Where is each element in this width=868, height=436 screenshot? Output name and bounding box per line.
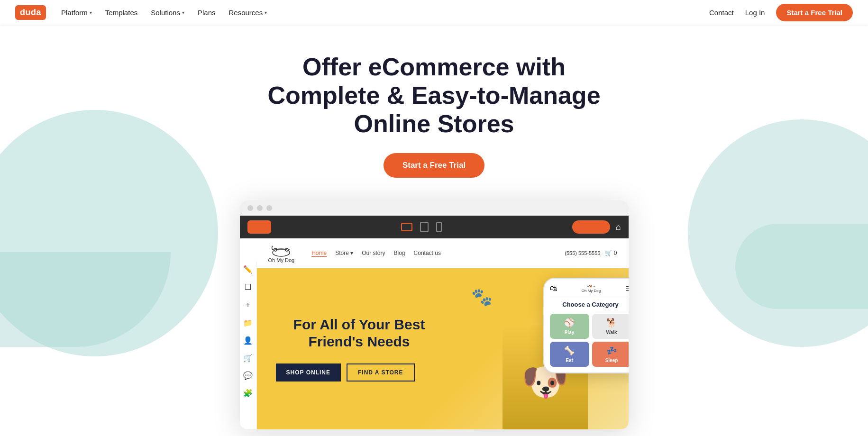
sidebar-cart-icon[interactable]: 🛒 <box>243 354 253 363</box>
site-logo: Oh My Dog <box>268 243 295 263</box>
site-nav-right: (555) 555-5555 🛒 0 <box>565 250 617 256</box>
editor-toolbar: ⌂ <box>240 216 629 238</box>
nav-resources[interactable]: Resources ▾ <box>228 9 267 17</box>
site-hero-title: For All of Your Best Friend's Needs <box>276 316 443 350</box>
site-nav: Oh My Dog Home Store ▾ Our story Blog Co… <box>257 238 629 268</box>
category-eat[interactable]: 🦴 Eat <box>550 342 589 367</box>
walk-label: Walk <box>606 330 617 335</box>
sidebar-chat-icon[interactable]: 💬 <box>243 371 253 380</box>
nav-login[interactable]: Log In <box>745 9 765 17</box>
sidebar-add-icon[interactable]: ＋ <box>244 300 252 310</box>
tablet-view-button[interactable] <box>420 222 429 232</box>
logo[interactable]: duda <box>15 5 46 20</box>
editor-home-icon[interactable]: ⌂ <box>616 222 621 232</box>
site-nav-blog[interactable]: Blog <box>394 250 405 256</box>
nav-solutions[interactable]: Solutions ▾ <box>151 9 184 17</box>
mobile-category-title: Choose a Category <box>550 301 629 308</box>
site-nav-our-story[interactable]: Our story <box>362 250 385 256</box>
site-nav-store[interactable]: Store ▾ <box>335 250 353 256</box>
browser-dot-1 <box>247 205 253 211</box>
sidebar-puzzle-icon[interactable]: 🧩 <box>243 389 253 398</box>
hero-cta-button[interactable]: Start a Free Trial <box>384 153 484 178</box>
mobile-menu-icon[interactable]: ☰ <box>625 285 629 292</box>
category-sleep[interactable]: 💤 Sleep <box>592 342 629 367</box>
sidebar-edit-icon[interactable]: ✏️ <box>243 265 253 274</box>
desktop-view-button[interactable] <box>401 223 412 231</box>
eat-icon: 🦴 <box>564 345 575 356</box>
browser-mockup-wrapper: ⌂ ✏️ ❑ ＋ 📁 👤 🛒 💬 🧩 <box>0 200 868 429</box>
browser-chrome <box>240 200 629 216</box>
resources-chevron-icon: ▾ <box>265 10 267 15</box>
browser-content: ✏️ ❑ ＋ 📁 👤 🛒 💬 🧩 <box>240 238 629 429</box>
site-hero-buttons: SHOP ONLINE FIND A STORE <box>276 363 443 382</box>
sidebar-user-icon[interactable]: 👤 <box>243 336 253 345</box>
nav-templates[interactable]: Templates <box>105 9 137 17</box>
mobile-bag-icon: 🛍 <box>550 284 557 293</box>
nav-cta-button[interactable]: Start a Free Trial <box>776 4 853 21</box>
site-cart[interactable]: 🛒 0 <box>605 250 617 256</box>
browser-dot-2 <box>257 205 263 211</box>
site-nav-links: Home Store ▾ Our story Blog Contact us <box>311 250 555 257</box>
sleep-icon: 💤 <box>606 345 617 356</box>
site-logo-icon <box>270 243 292 257</box>
site-nav-home[interactable]: Home <box>311 250 327 257</box>
browser-mockup: ⌂ ✏️ ❑ ＋ 📁 👤 🛒 💬 🧩 <box>240 200 629 429</box>
sidebar-folder-icon[interactable]: 📁 <box>243 318 253 327</box>
site-phone: (555) 555-5555 <box>565 250 600 256</box>
hero-title: Offer eCommerce with Complete & Easy-to-… <box>249 53 619 138</box>
shop-online-button[interactable]: SHOP ONLINE <box>276 363 341 382</box>
nav-platform[interactable]: Platform ▾ <box>61 9 92 17</box>
nav-links: Platform ▾ Templates Solutions ▾ Plans R… <box>61 9 709 17</box>
category-walk[interactable]: 🐕 Walk <box>592 314 629 339</box>
nav-contact[interactable]: Contact <box>709 9 734 17</box>
site-hero: For All of Your Best Friend's Needs SHOP… <box>257 268 629 429</box>
sidebar-layers-icon[interactable]: ❑ <box>245 282 251 291</box>
navbar: duda Platform ▾ Templates Solutions ▾ Pl… <box>0 0 868 25</box>
nav-right: Contact Log In Start a Free Trial <box>709 4 853 21</box>
site-logo-text: Oh My Dog <box>268 257 295 263</box>
editor-view-switcher <box>401 222 442 232</box>
mobile-logo: ~🐕~ Oh My Dog <box>582 285 601 293</box>
find-store-button[interactable]: FIND A STORE <box>347 363 415 382</box>
browser-dot-3 <box>266 205 272 211</box>
solutions-chevron-icon: ▾ <box>182 10 184 15</box>
nav-plans[interactable]: Plans <box>198 9 216 17</box>
category-play[interactable]: ⚾ Play <box>550 314 589 339</box>
editor-right-controls: ⌂ <box>572 220 621 234</box>
mobile-top-bar: 🛍 ~🐕~ Oh My Dog ☰ <box>550 284 629 297</box>
site-hero-text: For All of Your Best Friend's Needs SHOP… <box>257 297 462 400</box>
hero-section: Offer eCommerce with Complete & Easy-to-… <box>0 25 868 436</box>
walk-icon: 🐕 <box>606 318 617 328</box>
editor-sidebar: ✏️ ❑ ＋ 📁 👤 🛒 💬 🧩 <box>240 261 257 429</box>
site-nav-contact[interactable]: Contact us <box>414 250 441 256</box>
paw-icon: 🐾 <box>471 287 493 307</box>
mobile-mockup: 🛍 ~🐕~ Oh My Dog ☰ Choose a Category ⚾ <box>543 278 629 373</box>
editor-publish-button[interactable] <box>572 220 610 234</box>
eat-label: Eat <box>566 358 573 363</box>
platform-chevron-icon: ▾ <box>90 10 92 15</box>
play-label: Play <box>565 330 575 335</box>
sleep-label: Sleep <box>605 358 618 363</box>
play-icon: ⚾ <box>564 318 575 328</box>
editor-logo-button[interactable] <box>247 220 271 234</box>
mobile-categories: ⚾ Play 🐕 Walk 🦴 Eat <box>550 314 629 367</box>
mobile-view-button[interactable] <box>436 222 442 232</box>
